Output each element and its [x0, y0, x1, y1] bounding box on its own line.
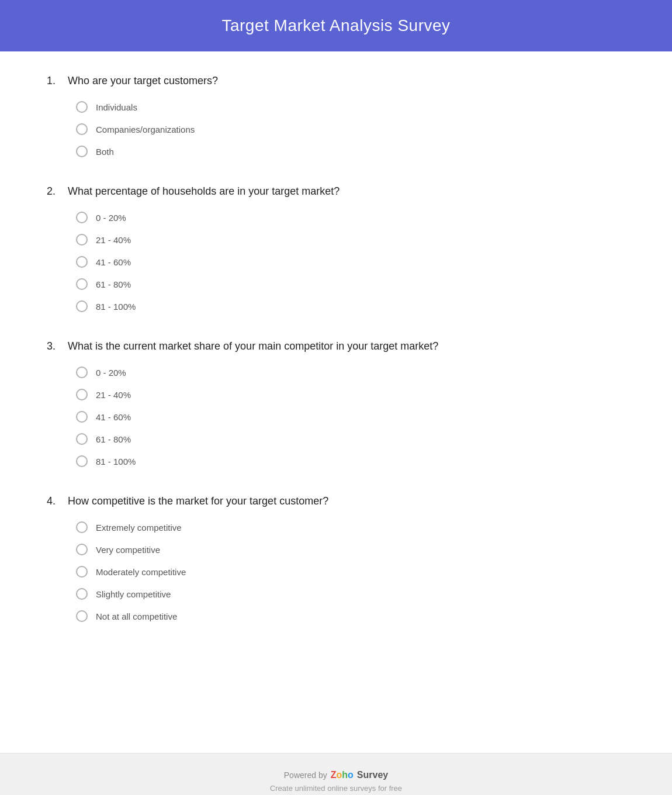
question-number-3: 3. — [47, 340, 68, 352]
radio-2-5[interactable] — [76, 300, 88, 312]
question-block-1: 1.Who are your target customers?Individu… — [47, 75, 625, 157]
option-label-2-5: 81 - 100% — [96, 302, 136, 312]
radio-1-3[interactable] — [76, 146, 88, 157]
radio-2-1[interactable] — [76, 212, 88, 223]
option-item-3-4[interactable]: 61 - 80% — [76, 433, 625, 445]
zoho-z: Z — [331, 770, 337, 780]
option-label-2-4: 61 - 80% — [96, 279, 131, 289]
option-label-1-3: Both — [96, 147, 114, 157]
radio-2-2[interactable] — [76, 234, 88, 246]
options-list-3: 0 - 20%21 - 40%41 - 60%61 - 80%81 - 100% — [47, 367, 625, 467]
option-label-4-3: Moderately competitive — [96, 567, 186, 577]
option-label-1-1: Individuals — [96, 102, 137, 112]
radio-2-3[interactable] — [76, 256, 88, 268]
option-label-1-2: Companies/organizations — [96, 125, 195, 134]
radio-3-1[interactable] — [76, 367, 88, 378]
survey-word: Survey — [357, 770, 388, 780]
options-list-2: 0 - 20%21 - 40%41 - 60%61 - 80%81 - 100% — [47, 212, 625, 312]
zoho-logo: Zoho — [331, 770, 354, 780]
option-item-2-2[interactable]: 21 - 40% — [76, 234, 625, 246]
question-title-3: 3.What is the current market share of yo… — [47, 340, 625, 352]
option-label-4-1: Extremely competitive — [96, 523, 182, 533]
question-title-2: 2.What percentage of households are in y… — [47, 185, 625, 198]
question-block-4: 4.How competitive is the market for your… — [47, 495, 625, 622]
option-label-3-1: 0 - 20% — [96, 368, 126, 378]
option-item-1-1[interactable]: Individuals — [76, 101, 625, 113]
option-label-3-2: 21 - 40% — [96, 390, 131, 400]
option-item-2-3[interactable]: 41 - 60% — [76, 256, 625, 268]
option-item-4-1[interactable]: Extremely competitive — [76, 521, 625, 533]
radio-1-2[interactable] — [76, 123, 88, 135]
option-label-3-3: 41 - 60% — [96, 412, 131, 422]
options-list-1: IndividualsCompanies/organizationsBoth — [47, 101, 625, 157]
option-label-3-5: 81 - 100% — [96, 457, 136, 466]
option-item-2-4[interactable]: 61 - 80% — [76, 278, 625, 290]
option-item-3-1[interactable]: 0 - 20% — [76, 367, 625, 378]
option-label-2-2: 21 - 40% — [96, 235, 131, 245]
option-item-1-3[interactable]: Both — [76, 146, 625, 157]
question-number-1: 1. — [47, 75, 68, 87]
option-label-4-2: Very competitive — [96, 545, 160, 555]
option-item-2-1[interactable]: 0 - 20% — [76, 212, 625, 223]
radio-4-4[interactable] — [76, 588, 88, 600]
question-text-2: What percentage of households are in you… — [68, 185, 340, 198]
option-item-4-4[interactable]: Slightly competitive — [76, 588, 625, 600]
question-title-4: 4.How competitive is the market for your… — [47, 495, 625, 507]
option-item-3-3[interactable]: 41 - 60% — [76, 411, 625, 423]
powered-by-text: Powered by — [284, 770, 327, 780]
option-item-4-5[interactable]: Not at all competitive — [76, 610, 625, 622]
radio-3-5[interactable] — [76, 455, 88, 467]
zoho-h: h — [342, 770, 348, 780]
radio-3-2[interactable] — [76, 389, 88, 400]
question-text-3: What is the current market share of your… — [68, 340, 438, 352]
zoho-o2: o — [348, 770, 354, 780]
option-item-2-5[interactable]: 81 - 100% — [76, 300, 625, 312]
radio-3-4[interactable] — [76, 433, 88, 445]
option-label-2-1: 0 - 20% — [96, 213, 126, 223]
question-block-3: 3.What is the current market share of yo… — [47, 340, 625, 467]
header: Target Market Analysis Survey — [0, 0, 672, 51]
question-block-2: 2.What percentage of households are in y… — [47, 185, 625, 312]
option-item-1-2[interactable]: Companies/organizations — [76, 123, 625, 135]
footer: Powered by Zoho Survey Create unlimited … — [0, 753, 672, 795]
page-title: Target Market Analysis Survey — [23, 16, 649, 35]
option-item-4-2[interactable]: Very competitive — [76, 544, 625, 555]
option-label-4-5: Not at all competitive — [96, 611, 177, 621]
option-label-4-4: Slightly competitive — [96, 589, 171, 599]
question-number-2: 2. — [47, 185, 68, 198]
radio-1-1[interactable] — [76, 101, 88, 113]
radio-4-2[interactable] — [76, 544, 88, 555]
question-title-1: 1.Who are your target customers? — [47, 75, 625, 87]
options-list-4: Extremely competitiveVery competitiveMod… — [47, 521, 625, 622]
radio-4-5[interactable] — [76, 610, 88, 622]
radio-2-4[interactable] — [76, 278, 88, 290]
survey-content: 1.Who are your target customers?Individu… — [0, 51, 672, 753]
radio-3-3[interactable] — [76, 411, 88, 423]
option-item-4-3[interactable]: Moderately competitive — [76, 566, 625, 578]
zoho-o1: o — [337, 770, 342, 780]
footer-sub-text: Create unlimited online surveys for free — [23, 784, 649, 793]
question-text-4: How competitive is the market for your t… — [68, 495, 328, 507]
radio-4-3[interactable] — [76, 566, 88, 578]
question-number-4: 4. — [47, 495, 68, 507]
question-text-1: Who are your target customers? — [68, 75, 218, 87]
footer-powered-line: Powered by Zoho Survey — [23, 770, 649, 780]
option-label-2-3: 41 - 60% — [96, 257, 131, 267]
radio-4-1[interactable] — [76, 521, 88, 533]
option-item-3-5[interactable]: 81 - 100% — [76, 455, 625, 467]
option-item-3-2[interactable]: 21 - 40% — [76, 389, 625, 400]
option-label-3-4: 61 - 80% — [96, 434, 131, 444]
